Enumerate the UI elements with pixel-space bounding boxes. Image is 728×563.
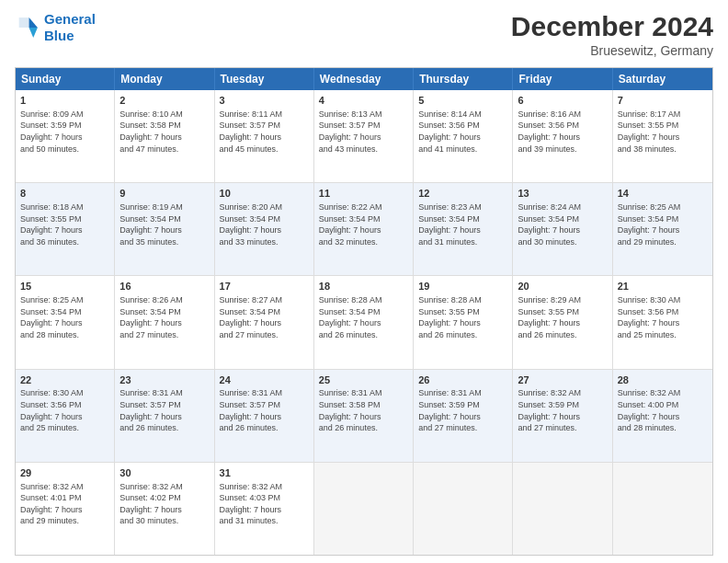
calendar-cell xyxy=(414,463,513,555)
svg-marker-2 xyxy=(19,17,29,28)
calendar-cell: 10Sunrise: 8:20 AM Sunset: 3:54 PM Dayli… xyxy=(215,183,314,275)
day-info: Sunrise: 8:11 AM Sunset: 3:57 PM Dayligh… xyxy=(220,109,309,155)
calendar-cell: 21Sunrise: 8:30 AM Sunset: 3:56 PM Dayli… xyxy=(613,276,712,368)
day-number: 21 xyxy=(618,280,708,293)
day-info: Sunrise: 8:25 AM Sunset: 3:54 PM Dayligh… xyxy=(20,294,109,340)
calendar-cell: 3Sunrise: 8:11 AM Sunset: 3:57 PM Daylig… xyxy=(215,90,314,182)
page: General Blue December 2024 Bruesewitz, G… xyxy=(0,0,728,563)
day-info: Sunrise: 8:26 AM Sunset: 3:54 PM Dayligh… xyxy=(119,294,209,340)
calendar-cell: 6Sunrise: 8:16 AM Sunset: 3:56 PM Daylig… xyxy=(513,90,612,182)
day-number: 4 xyxy=(319,94,408,108)
cal-header-friday: Friday xyxy=(513,68,612,90)
day-info: Sunrise: 8:27 AM Sunset: 3:54 PM Dayligh… xyxy=(220,294,309,340)
day-number: 5 xyxy=(418,94,507,108)
calendar-cell: 18Sunrise: 8:28 AM Sunset: 3:54 PM Dayli… xyxy=(314,276,414,368)
calendar-cell: 15Sunrise: 8:25 AM Sunset: 3:54 PM Dayli… xyxy=(16,276,115,368)
calendar-cell: 14Sunrise: 8:25 AM Sunset: 3:54 PM Dayli… xyxy=(613,183,712,275)
calendar-week-4: 29Sunrise: 8:32 AM Sunset: 4:01 PM Dayli… xyxy=(16,463,712,555)
day-info: Sunrise: 8:14 AM Sunset: 3:56 PM Dayligh… xyxy=(418,109,507,155)
day-number: 30 xyxy=(119,466,209,480)
day-info: Sunrise: 8:32 AM Sunset: 3:59 PM Dayligh… xyxy=(518,387,607,433)
calendar-cell: 28Sunrise: 8:32 AM Sunset: 4:00 PM Dayli… xyxy=(613,370,712,462)
day-number: 26 xyxy=(418,373,507,387)
calendar-cell: 17Sunrise: 8:27 AM Sunset: 3:54 PM Dayli… xyxy=(215,276,314,368)
day-number: 19 xyxy=(418,280,507,293)
calendar-cell: 24Sunrise: 8:31 AM Sunset: 3:57 PM Dayli… xyxy=(215,370,314,462)
calendar-cell: 26Sunrise: 8:31 AM Sunset: 3:59 PM Dayli… xyxy=(414,370,513,462)
day-number: 12 xyxy=(418,187,507,201)
cal-header-saturday: Saturday xyxy=(613,68,712,90)
cal-header-thursday: Thursday xyxy=(414,68,513,90)
calendar-cell: 20Sunrise: 8:29 AM Sunset: 3:55 PM Dayli… xyxy=(513,276,612,368)
main-title: December 2024 xyxy=(511,11,713,41)
title-block: December 2024 Bruesewitz, Germany xyxy=(511,11,713,58)
day-number: 24 xyxy=(220,373,309,387)
day-info: Sunrise: 8:30 AM Sunset: 3:56 PM Dayligh… xyxy=(20,387,109,433)
day-info: Sunrise: 8:23 AM Sunset: 3:54 PM Dayligh… xyxy=(418,201,507,247)
calendar-week-3: 22Sunrise: 8:30 AM Sunset: 3:56 PM Dayli… xyxy=(16,370,712,463)
calendar-week-1: 8Sunrise: 8:18 AM Sunset: 3:55 PM Daylig… xyxy=(16,183,712,276)
calendar-cell: 31Sunrise: 8:32 AM Sunset: 4:03 PM Dayli… xyxy=(215,463,314,555)
day-info: Sunrise: 8:31 AM Sunset: 3:58 PM Dayligh… xyxy=(319,387,408,433)
day-number: 31 xyxy=(220,466,309,480)
day-info: Sunrise: 8:20 AM Sunset: 3:54 PM Dayligh… xyxy=(220,201,309,247)
calendar-header-row: SundayMondayTuesdayWednesdayThursdayFrid… xyxy=(16,68,712,90)
day-number: 25 xyxy=(319,373,408,387)
day-number: 18 xyxy=(319,280,408,293)
day-number: 29 xyxy=(20,466,109,480)
calendar-cell: 23Sunrise: 8:31 AM Sunset: 3:57 PM Dayli… xyxy=(115,370,214,462)
day-number: 8 xyxy=(20,187,109,201)
day-number: 10 xyxy=(220,187,309,201)
calendar-cell: 8Sunrise: 8:18 AM Sunset: 3:55 PM Daylig… xyxy=(16,183,115,275)
cal-header-monday: Monday xyxy=(115,68,214,90)
day-info: Sunrise: 8:19 AM Sunset: 3:54 PM Dayligh… xyxy=(119,201,209,247)
day-number: 28 xyxy=(618,373,708,387)
day-info: Sunrise: 8:31 AM Sunset: 3:57 PM Dayligh… xyxy=(119,387,209,433)
cal-header-wednesday: Wednesday xyxy=(314,68,414,90)
day-info: Sunrise: 8:22 AM Sunset: 3:54 PM Dayligh… xyxy=(319,201,408,247)
day-info: Sunrise: 8:28 AM Sunset: 3:55 PM Dayligh… xyxy=(418,294,507,340)
day-number: 20 xyxy=(518,280,607,293)
day-info: Sunrise: 8:24 AM Sunset: 3:54 PM Dayligh… xyxy=(518,201,607,247)
day-number: 22 xyxy=(20,373,109,387)
day-info: Sunrise: 8:32 AM Sunset: 4:02 PM Dayligh… xyxy=(119,481,209,527)
logo-blue: Blue xyxy=(44,28,74,43)
day-info: Sunrise: 8:32 AM Sunset: 4:00 PM Dayligh… xyxy=(618,387,708,433)
day-number: 9 xyxy=(119,187,209,201)
calendar-cell: 13Sunrise: 8:24 AM Sunset: 3:54 PM Dayli… xyxy=(513,183,612,275)
day-info: Sunrise: 8:29 AM Sunset: 3:55 PM Dayligh… xyxy=(518,294,607,340)
calendar-cell: 1Sunrise: 8:09 AM Sunset: 3:59 PM Daylig… xyxy=(16,90,115,182)
logo: General Blue xyxy=(15,11,96,44)
calendar-cell: 29Sunrise: 8:32 AM Sunset: 4:01 PM Dayli… xyxy=(16,463,115,555)
calendar-cell xyxy=(513,463,612,555)
day-number: 1 xyxy=(20,94,109,108)
day-info: Sunrise: 8:18 AM Sunset: 3:55 PM Dayligh… xyxy=(20,201,109,247)
calendar-body: 1Sunrise: 8:09 AM Sunset: 3:59 PM Daylig… xyxy=(16,90,712,555)
day-number: 23 xyxy=(119,373,209,387)
day-number: 6 xyxy=(518,94,607,108)
day-info: Sunrise: 8:28 AM Sunset: 3:54 PM Dayligh… xyxy=(319,294,408,340)
day-number: 2 xyxy=(119,94,209,108)
day-info: Sunrise: 8:16 AM Sunset: 3:56 PM Dayligh… xyxy=(518,109,607,155)
day-number: 17 xyxy=(220,280,309,293)
cal-header-sunday: Sunday xyxy=(16,68,115,90)
day-info: Sunrise: 8:31 AM Sunset: 3:57 PM Dayligh… xyxy=(220,387,309,433)
day-info: Sunrise: 8:09 AM Sunset: 3:59 PM Dayligh… xyxy=(20,109,109,155)
calendar-cell: 22Sunrise: 8:30 AM Sunset: 3:56 PM Dayli… xyxy=(16,370,115,462)
day-number: 11 xyxy=(319,187,408,201)
calendar-cell: 12Sunrise: 8:23 AM Sunset: 3:54 PM Dayli… xyxy=(414,183,513,275)
calendar-cell xyxy=(613,463,712,555)
svg-marker-0 xyxy=(29,17,38,28)
logo-text: General Blue xyxy=(44,11,96,44)
calendar-cell: 2Sunrise: 8:10 AM Sunset: 3:58 PM Daylig… xyxy=(115,90,214,182)
calendar-cell: 7Sunrise: 8:17 AM Sunset: 3:55 PM Daylig… xyxy=(613,90,712,182)
day-number: 14 xyxy=(618,187,708,201)
day-number: 3 xyxy=(220,94,309,108)
day-info: Sunrise: 8:25 AM Sunset: 3:54 PM Dayligh… xyxy=(618,201,708,247)
svg-marker-1 xyxy=(29,28,38,38)
day-info: Sunrise: 8:31 AM Sunset: 3:59 PM Dayligh… xyxy=(418,387,507,433)
cal-header-tuesday: Tuesday xyxy=(215,68,314,90)
day-number: 15 xyxy=(20,280,109,293)
day-info: Sunrise: 8:32 AM Sunset: 4:03 PM Dayligh… xyxy=(220,481,309,527)
calendar-cell: 4Sunrise: 8:13 AM Sunset: 3:57 PM Daylig… xyxy=(314,90,414,182)
